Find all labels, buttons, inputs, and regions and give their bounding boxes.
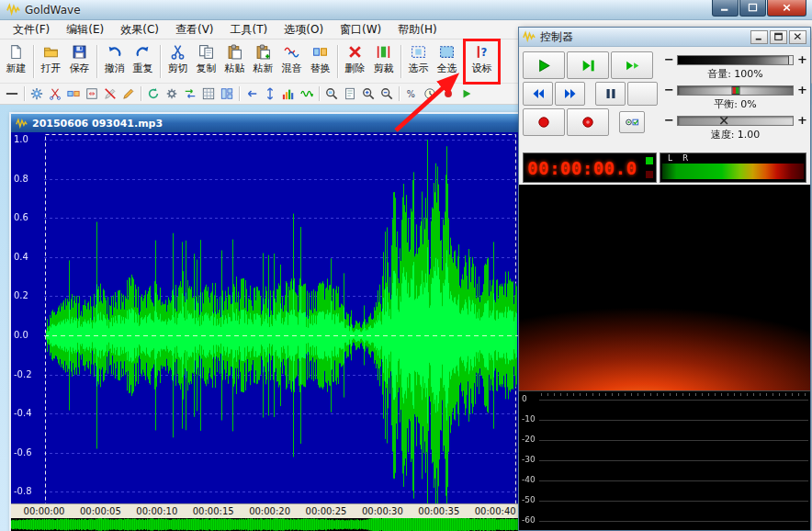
overview-canvas[interactable] [11, 518, 518, 531]
menu-item[interactable]: 效果(C) [112, 20, 167, 40]
volume-increase-button[interactable]: + [797, 54, 806, 65]
minimize-button[interactable] [712, 0, 739, 17]
speed-decrease-button[interactable]: − [664, 115, 673, 126]
delete-icon [347, 44, 363, 60]
redo-button[interactable]: 重复 [129, 41, 157, 82]
play-button[interactable] [523, 51, 565, 79]
pencil-off-icon [104, 87, 117, 100]
document-titlebar[interactable]: 20150606 093041.mp3 [11, 114, 518, 132]
copy-button[interactable]: 复制 [192, 41, 220, 82]
maximize-button[interactable] [739, 0, 766, 17]
replace-button[interactable]: 替换 [306, 41, 334, 82]
spectrum-gridline [539, 400, 808, 401]
paste-new-button[interactable]: 粘新 [249, 41, 277, 82]
fast-forward-button[interactable] [555, 82, 585, 106]
join-button[interactable] [64, 85, 83, 103]
toolbar-button-label: 全选 [437, 62, 457, 75]
balance-slider[interactable] [677, 85, 794, 96]
visualization-panel [519, 185, 810, 390]
toolbar-button-label: 剪切 [168, 62, 188, 75]
time-tick-label: 00:00:25 [306, 506, 347, 516]
controller-maximize-button[interactable] [770, 30, 787, 44]
spectrum-gridline [539, 501, 808, 502]
props-button[interactable] [341, 85, 359, 103]
loop-button[interactable] [144, 85, 163, 103]
arrows-ud-button[interactable] [261, 85, 279, 103]
main-titlebar[interactable]: GoldWave [0, 0, 812, 20]
cut-button[interactable]: 剪切 [164, 41, 192, 82]
controller-minimize-button[interactable] [750, 30, 768, 44]
undo-button[interactable]: 撤消 [100, 41, 129, 82]
controller-close-button[interactable] [789, 30, 806, 44]
trim-button[interactable]: 剪裁 [369, 41, 398, 82]
pencil-off-button[interactable] [101, 85, 119, 103]
volume-decrease-button[interactable]: − [664, 54, 673, 65]
spectrum-bars-button[interactable] [279, 85, 298, 103]
tool-toolbar: % [0, 84, 519, 105]
balance-slider-handle[interactable] [731, 86, 739, 95]
stop-button[interactable] [627, 82, 658, 106]
zoom-out-button[interactable] [378, 85, 396, 103]
record-dot-button[interactable] [439, 85, 457, 103]
trim-icon [376, 44, 391, 60]
percent-button[interactable]: % [402, 85, 421, 103]
menu-item[interactable]: 窗口(W) [332, 20, 389, 40]
record-selection-button[interactable] [567, 108, 609, 136]
thin-bar-button[interactable] [3, 85, 21, 103]
audio-document-window: 20150606 093041.mp3 00:00:0000:00:0500:0… [9, 112, 520, 531]
windows-button[interactable] [218, 85, 236, 103]
delete-button[interactable]: 删除 [341, 41, 369, 82]
zoom-in-button[interactable] [359, 85, 378, 103]
mix-button[interactable]: 混音 [277, 41, 306, 82]
document-wave-icon [16, 118, 28, 130]
pause-button[interactable] [595, 82, 626, 106]
select-view-button[interactable]: 选示 [404, 41, 433, 82]
fit-button[interactable] [83, 85, 101, 103]
grid-button[interactable] [199, 85, 218, 103]
set-marker-button[interactable]: ? 设标 [468, 41, 496, 82]
open-button[interactable]: 打开 [37, 41, 65, 82]
speed-slider-handle[interactable] [719, 116, 729, 126]
window-title: GoldWave [25, 4, 81, 17]
play-all-button[interactable] [567, 51, 609, 79]
toolbar-button-label: 粘新 [254, 62, 274, 75]
rewind-button[interactable] [523, 82, 553, 106]
paste-button[interactable]: 粘贴 [220, 41, 249, 82]
volume-slider[interactable] [677, 55, 794, 65]
cut-small-button[interactable] [46, 85, 64, 103]
play-dot-button[interactable] [457, 85, 476, 103]
save-button[interactable]: 保存 [65, 41, 94, 82]
menu-item[interactable]: 帮助(H) [389, 20, 445, 40]
menu-item[interactable]: 编辑(E) [58, 20, 112, 40]
swap-button[interactable] [181, 85, 199, 103]
device-gear-button[interactable] [28, 85, 46, 103]
controller-titlebar[interactable]: 控制器 [519, 28, 810, 47]
menu-item[interactable]: 选项(O) [276, 20, 332, 40]
speed-increase-button[interactable]: + [797, 115, 806, 126]
waveform-canvas[interactable] [11, 132, 518, 503]
volume-slider-handle[interactable] [788, 56, 793, 64]
select-all-button[interactable]: 全选 [433, 41, 461, 82]
zoom-sel-button[interactable] [322, 85, 341, 103]
new-button[interactable]: 新建 [2, 41, 30, 82]
balance-right-button[interactable]: + [797, 85, 806, 96]
clock-button[interactable] [421, 85, 439, 103]
gear-button[interactable] [163, 85, 181, 103]
menu-item[interactable]: 工具(T) [222, 20, 276, 40]
arrow-left-button[interactable] [242, 85, 261, 103]
play-selection-button[interactable] [611, 51, 653, 79]
record-button[interactable] [523, 108, 565, 136]
spectrum-db-label: 0 [522, 394, 527, 403]
balance-left-button[interactable]: − [664, 85, 673, 96]
time-tick-label: 00:00:05 [80, 506, 121, 516]
spectrum-gridline [539, 460, 808, 461]
window-controls [711, 0, 806, 17]
speed-slider[interactable] [677, 116, 794, 126]
pencil-button[interactable] [119, 85, 138, 103]
menu-item[interactable]: 文件(F) [5, 20, 58, 40]
wave-small-button[interactable] [298, 85, 316, 103]
menu-item[interactable]: 查看(V) [167, 20, 222, 40]
controller-title: 控制器 [540, 29, 573, 45]
close-button[interactable] [767, 0, 806, 17]
monitor-options-button[interactable] [619, 111, 645, 133]
